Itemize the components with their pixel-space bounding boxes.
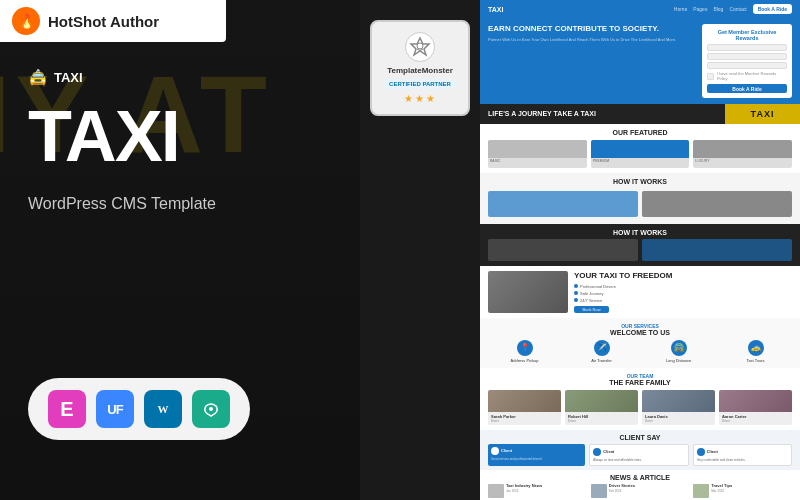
fare-title: THE FARE FAMILY (488, 379, 792, 386)
nav-blog: Blog (713, 6, 723, 12)
freedom-btn[interactable]: Book Now (574, 306, 609, 313)
hero-description: Partner With Us to Earn Your Own Livelih… (488, 37, 696, 43)
logo-icon: 🔥 (12, 7, 40, 35)
revolution-icon (192, 390, 230, 428)
lifes-journey-section: LIFE'S A JOURNEY TAKE A TAXI TAXI (480, 104, 800, 124)
news-item-3: Travel TipsMar 2024 (693, 484, 792, 498)
freedom-content: YOUR TAXI TO FREEDOM Professional Driver… (574, 271, 792, 313)
plugin-icons-row: E UF W (28, 378, 250, 440)
freedom-image (488, 271, 568, 313)
featured-grid: BASIC PREMIUM LUXURY (488, 140, 792, 168)
badge-brand-name: TemplateMonster (387, 66, 453, 75)
welcome-section: OUR SERVICES WELCOME TO US 📍 Address Pic… (480, 318, 800, 368)
freedom-list: Professional Drivers Safe Journey 24/7 S… (574, 284, 792, 303)
templatemonster-badge: TemplateMonster CERTIFIED PARTNER ★★★ (370, 20, 470, 116)
client-section: CLIENT SAY Client Great service and prof… (480, 430, 800, 470)
welcome-title: WELCOME TO US (488, 329, 792, 336)
svg-text:W: W (158, 403, 169, 415)
welcome-icon-3: 🛣️ Long Distance (642, 340, 715, 363)
elementor-icon: E (48, 390, 86, 428)
fare-card-4: Aaron CarterDriver (719, 390, 792, 425)
nav-book-btn[interactable]: Book A Ride (753, 4, 792, 14)
taxi-car-icon: 🚖 (28, 68, 48, 87)
header-bar: 🔥 HotShot Author (0, 0, 226, 42)
site-nav-items: Home Pages Blog Contact Book A Ride (674, 4, 792, 14)
hero-form: Get Member Exclusive Rewards I have read… (702, 24, 792, 98)
fare-section: OUR TEAM THE FARE FAMILY Sarah ParkerDri… (480, 368, 800, 430)
taxi-main-text: TAXI (28, 100, 179, 172)
nav-contact: Contact (729, 6, 746, 12)
featured-card-2: PREMIUM (591, 140, 690, 168)
site-nav: TAXI Home Pages Blog Contact Book A Ride (480, 0, 800, 18)
site-logo: TAXI (488, 6, 503, 13)
header-title: HotShot Author (48, 13, 159, 30)
featured-card-3: LUXURY (693, 140, 792, 168)
howit-dark-items (488, 239, 792, 261)
hero-content-left: EARN CONNECT CONTRIBUTE TO SOCIETY. Part… (488, 24, 696, 98)
form-title: Get Member Exclusive Rewards (707, 29, 787, 41)
welcome-icon-2: ✈️ Air Transfer (565, 340, 638, 363)
client-card-3: Client Very comfortable and clean vehicl… (693, 444, 792, 466)
right-panel: TAXI Home Pages Blog Contact Book A Ride… (480, 0, 800, 500)
news-title: NEWS & ARTICLE (488, 474, 792, 481)
journey-title: LIFE'S A JOURNEY TAKE A TAXI (488, 110, 717, 118)
badge-stars: ★★★ (404, 93, 437, 104)
fare-cards-row: Sarah ParkerDriver Robert HillDriver Lau… (488, 390, 792, 425)
center-badge-area: TemplateMonster CERTIFIED PARTNER ★★★ (360, 0, 480, 500)
howit-dark-section: HOW IT WORKS (480, 224, 800, 266)
fare-card-2: Robert HillDriver (565, 390, 638, 425)
form-checkbox-label: I have read the Member Rewards Policy (717, 71, 787, 81)
form-checkbox[interactable] (707, 73, 714, 80)
news-item-2: Driver StoriesFeb 2024 (591, 484, 690, 498)
svg-point-3 (209, 407, 213, 411)
featured-title: OUR FEATURED (488, 129, 792, 136)
taxi-small-label: 🚖 TAXI (28, 68, 83, 87)
nav-pages: Pages (693, 6, 707, 12)
form-field-2[interactable] (707, 53, 787, 60)
freedom-title: YOUR TAXI TO FREEDOM (574, 271, 792, 281)
client-card-2: Client Always on time and affordable rat… (589, 444, 688, 466)
featured-card-1: BASIC (488, 140, 587, 168)
form-submit-btn[interactable]: Book A Ride (707, 84, 787, 93)
site-hero-section: EARN CONNECT CONTRIBUTE TO SOCIETY. Part… (480, 18, 800, 104)
welcome-icon-1: 📍 Address Pickup (488, 340, 561, 363)
news-item-1: Taxi Industry NewsJan 2024 (488, 484, 587, 498)
badge-certified-label: CERTIFIED PARTNER (383, 79, 457, 89)
welcome-icons-row: 📍 Address Pickup ✈️ Air Transfer 🛣️ Long… (488, 340, 792, 363)
nav-home: Home (674, 6, 687, 12)
client-title: CLIENT SAY (488, 434, 792, 441)
news-items-row: Taxi Industry NewsJan 2024 Driver Storie… (488, 484, 792, 498)
badge-icon (405, 32, 435, 62)
client-card-1: Client Great service and professional dr… (488, 444, 585, 466)
svg-point-5 (417, 43, 423, 49)
cms-label: WordPress CMS Template (28, 195, 216, 213)
uiux-icon: UF (96, 390, 134, 428)
svg-marker-4 (411, 38, 429, 55)
taxi-sign: TAXI (751, 109, 775, 119)
howit-dark-title: HOW IT WORKS (488, 229, 792, 236)
wordpress-icon: W (144, 390, 182, 428)
howit-section: HOW IT WORKS (480, 173, 800, 224)
client-cards-row: Client Great service and professional dr… (488, 444, 792, 466)
howit-title: HOW IT WORKS (488, 178, 792, 185)
left-panel: IY AT 🚖 TAXI TAXI WordPress CMS Template… (0, 0, 360, 500)
howit-items (488, 189, 792, 219)
form-field-1[interactable] (707, 44, 787, 51)
form-field-3[interactable] (707, 62, 787, 69)
website-mockup: TAXI Home Pages Blog Contact Book A Ride… (480, 0, 800, 500)
fare-card-3: Laura DavisDriver (642, 390, 715, 425)
taxi-sign-box: TAXI (725, 104, 800, 124)
featured-section: OUR FEATURED BASIC PREMIUM LUXURY (480, 124, 800, 173)
fare-card-1: Sarah ParkerDriver (488, 390, 561, 425)
hero-title: EARN CONNECT CONTRIBUTE TO SOCIETY. (488, 24, 696, 34)
news-section: NEWS & ARTICLE Taxi Industry NewsJan 202… (480, 470, 800, 500)
journey-left: LIFE'S A JOURNEY TAKE A TAXI (480, 104, 725, 124)
welcome-icon-4: 🚕 Taxi Tours (719, 340, 792, 363)
freedom-section: YOUR TAXI TO FREEDOM Professional Driver… (480, 266, 800, 318)
